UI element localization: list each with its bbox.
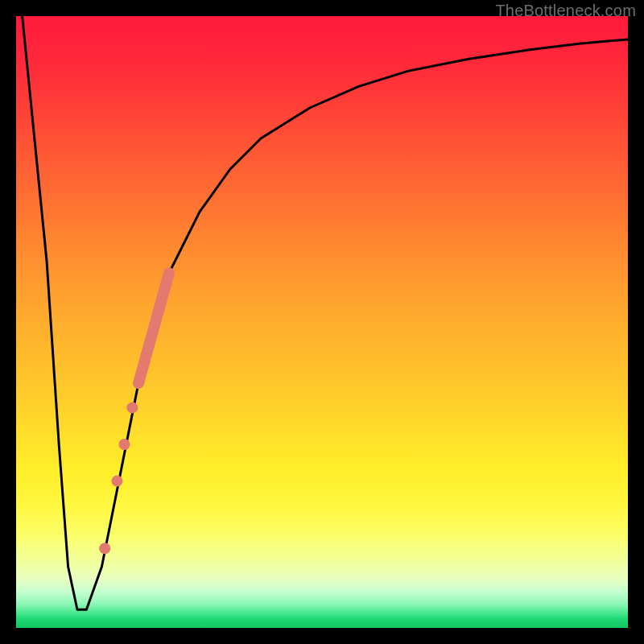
plot-svg [16,16,628,628]
data-marker [111,476,122,487]
bottleneck-curve [23,16,628,609]
data-marker [119,439,130,450]
data-marker [99,543,110,554]
chart-stage: TheBottleneck.com [0,0,644,644]
marker-group [99,402,138,554]
plot-area [16,16,628,628]
highlighted-segment [138,273,169,383]
data-marker [126,402,138,413]
